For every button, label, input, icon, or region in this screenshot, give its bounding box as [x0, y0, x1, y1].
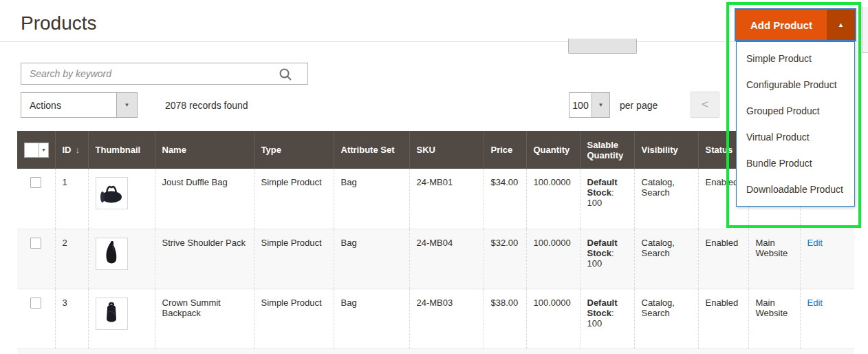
cell-action: Edit [800, 229, 854, 289]
chevron-down-icon: ▼ [39, 143, 48, 157]
cell-attribute-set: Bag [334, 229, 409, 289]
table-row: 1 Joust Duffle Bag Simple Product Bag 24… [17, 169, 854, 229]
cell-quantity: 100.0000 [526, 229, 580, 289]
duffle-bag-image [98, 180, 125, 207]
select-all-checkbox[interactable] [25, 143, 39, 157]
chevron-down-icon: ▼ [116, 93, 137, 117]
cell-thumbnail [88, 229, 155, 289]
add-product-toggle[interactable]: ▲ [827, 10, 855, 40]
column-header-thumbnail[interactable]: Thumbnail [88, 131, 155, 169]
select-all-dropdown[interactable]: ▼ [24, 143, 49, 158]
table-row: 2 Strive Shoulder Pack Simple Product Ba… [17, 229, 854, 289]
partial-right-edge-element [862, 7, 868, 53]
cell-status: Enabled [698, 289, 748, 348]
cell-salable-quantity: Default Stock:100 [580, 289, 634, 348]
product-thumbnail [96, 238, 128, 270]
backpack-image [98, 300, 125, 327]
product-thumbnail [96, 177, 128, 209]
row-checkbox[interactable] [30, 177, 41, 188]
per-page-select[interactable]: 100 ▼ [569, 92, 610, 118]
cell-type: Simple Product [254, 289, 334, 348]
cell-salable-quantity: Default Stock:100 [580, 169, 634, 229]
chevron-left-icon: < [702, 98, 708, 112]
search-icon[interactable] [279, 67, 292, 81]
per-page-label: per page [620, 100, 658, 111]
cell-sku: 24-MB04 [409, 229, 484, 289]
column-header-visibility[interactable]: Visibility [634, 131, 698, 169]
edit-link[interactable]: Edit [807, 298, 823, 308]
cell-status: Enabled [698, 229, 748, 289]
cell-sku: 24-MB01 [409, 169, 484, 229]
product-thumbnail [96, 298, 128, 330]
select-all-header: ▼ [17, 131, 55, 169]
sort-desc-icon: ↓ [76, 145, 80, 155]
cell-name: Strive Shoulder Pack [155, 229, 254, 289]
menu-item-simple-product[interactable]: Simple Product [737, 45, 854, 72]
actions-select[interactable]: Actions ▼ [21, 92, 138, 118]
cell-type: Simple Product [254, 169, 334, 229]
cell-visibility: Catalog, Search [634, 229, 698, 289]
menu-item-virtual-product[interactable]: Virtual Product [737, 124, 854, 150]
column-header-salable-quantity[interactable]: Salable Quantity [580, 131, 634, 169]
cell-salable-quantity: Default Stock:100 [580, 229, 634, 289]
cell-websites: Main Website [748, 229, 800, 289]
column-header-id[interactable]: ID↓ [55, 131, 88, 169]
page-title: Products [21, 12, 97, 34]
products-table: ▼ ID↓ Thumbnail Name Type Attribute Set … [17, 131, 854, 354]
add-product-split-button: Add Product ▲ [735, 8, 856, 41]
cell-visibility: Catalog, Search [634, 289, 698, 348]
chevron-down-icon: ▼ [592, 93, 609, 117]
cell-websites: Main Website [748, 289, 800, 348]
column-header-attribute-set[interactable]: Attribute Set [334, 131, 409, 169]
add-product-menu: Simple Product Configurable Product Grou… [736, 41, 855, 207]
chevron-up-icon: ▲ [838, 21, 844, 28]
row-checkbox[interactable] [30, 298, 41, 309]
cell-price: $34.00 [484, 169, 526, 229]
cell-id: 3 [55, 289, 88, 348]
per-page-value: 100 [569, 93, 592, 117]
partial-toolbar-button[interactable] [568, 39, 637, 54]
cell-thumbnail [88, 289, 155, 348]
search-box [21, 63, 308, 85]
menu-item-bundle-product[interactable]: Bundle Product [737, 150, 854, 176]
cell-thumbnail [88, 169, 155, 229]
cell-sku: 24-MB03 [409, 289, 484, 348]
cell-price: $32.00 [484, 229, 526, 289]
column-header-quantity[interactable]: Quantity [526, 131, 580, 169]
table-row: 3 Crown Summit Backpack Simple Product B… [17, 289, 854, 348]
previous-page-button[interactable]: < [691, 92, 719, 118]
row-checkbox[interactable] [30, 238, 41, 249]
column-header-name[interactable]: Name [155, 131, 254, 169]
menu-item-downloadable-product[interactable]: Downloadable Product [737, 176, 854, 202]
actions-select-value: Actions [21, 93, 116, 117]
table-row-clipped [17, 348, 854, 354]
search-input[interactable] [21, 63, 307, 84]
cell-id: 1 [55, 169, 88, 229]
column-header-price[interactable]: Price [484, 131, 526, 169]
cell-price: $38.00 [484, 289, 526, 348]
menu-item-configurable-product[interactable]: Configurable Product [737, 72, 854, 98]
column-header-type[interactable]: Type [254, 131, 334, 169]
shoulder-pack-image [98, 240, 125, 267]
add-product-button[interactable]: Add Product [736, 10, 827, 40]
cell-id: 2 [55, 229, 88, 289]
cell-name: Crown Summit Backpack [155, 289, 254, 348]
cell-attribute-set: Bag [334, 289, 409, 348]
edit-link[interactable]: Edit [807, 238, 823, 248]
products-page: Products Actions ▼ 2078 records found 10… [0, 0, 868, 354]
records-found-text: 2078 records found [165, 100, 248, 111]
cell-type: Simple Product [254, 229, 334, 289]
menu-item-grouped-product[interactable]: Grouped Product [737, 98, 854, 124]
cell-quantity: 100.0000 [526, 169, 580, 229]
column-header-sku[interactable]: SKU [409, 131, 484, 169]
cell-quantity: 100.0000 [526, 289, 580, 348]
cell-attribute-set: Bag [334, 169, 409, 229]
cell-name: Joust Duffle Bag [155, 169, 254, 229]
table-header-row: ▼ ID↓ Thumbnail Name Type Attribute Set … [17, 131, 854, 169]
cell-action: Edit [800, 289, 854, 348]
cell-visibility: Catalog, Search [634, 169, 698, 229]
